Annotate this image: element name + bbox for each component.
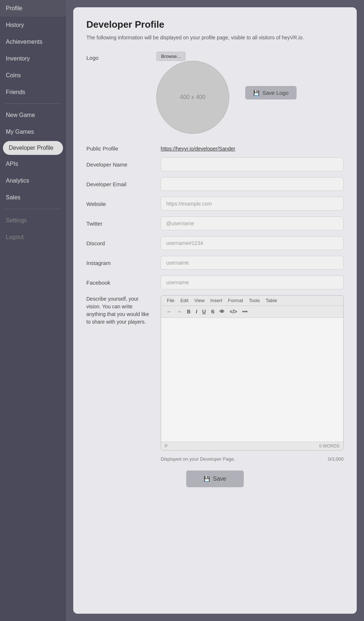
logo-upload-group: Browse... 400 x 400 Save Logo [156, 52, 297, 134]
underline-button[interactable]: U [200, 308, 208, 315]
instagram-row: Instagram [86, 256, 344, 270]
website-input[interactable] [161, 197, 344, 211]
public-profile-row: Public Profile https://heyvr.io/develope… [86, 145, 344, 152]
editor-menu-format[interactable]: Format [225, 297, 246, 304]
sidebar-item-logout[interactable]: Logout [0, 229, 66, 246]
developer-email-input[interactable] [161, 177, 344, 191]
rich-text-editor: FileEditViewInsertFormatToolsTable ← → B… [161, 295, 344, 450]
sidebar: ProfileHistoryAchievementsInventoryCoins… [0, 0, 66, 621]
save-button-container: Save [86, 470, 344, 487]
save-button[interactable]: Save [186, 470, 243, 487]
facebook-label: Facebook [86, 280, 152, 286]
editor-menu-tools[interactable]: Tools [246, 297, 263, 304]
logo-section: Logo Browse... 400 x 400 Save Logo [86, 52, 344, 134]
main-content: Developer Profile The following informat… [66, 0, 364, 621]
bold-button[interactable]: B [185, 308, 192, 315]
word-count-badge: 0/3,000 [328, 456, 344, 462]
developer-email-label: Developer Email [86, 181, 152, 187]
sidebar-item-achievements[interactable]: Achievements [0, 34, 66, 50]
redo-button[interactable]: → [175, 308, 184, 315]
undo-button[interactable]: ← [165, 308, 173, 315]
developer-name-label: Developer Name [86, 161, 152, 168]
sidebar-divider [4, 104, 62, 104]
italic-button[interactable]: I [194, 308, 199, 315]
public-profile-label: Public Profile [86, 145, 152, 152]
editor-paragraph-indicator: P [165, 444, 168, 449]
editor-menu-edit[interactable]: Edit [177, 297, 191, 304]
sidebar-divider [4, 209, 62, 209]
editor-menubar: FileEditViewInsertFormatToolsTable [161, 296, 343, 306]
editor-body[interactable] [161, 318, 343, 442]
sidebar-item-developer-profile[interactable]: Developer Profile [3, 141, 63, 155]
description-label: Describe yourself, your vision. You can … [86, 295, 152, 326]
logo-label: Logo [86, 52, 145, 61]
editor-footer: P 0 WORDS [161, 442, 343, 450]
instagram-input[interactable] [161, 256, 344, 270]
save-logo-button[interactable]: Save Logo [245, 86, 297, 99]
editor-menu-view[interactable]: View [191, 297, 207, 304]
save-logo-icon [253, 90, 259, 96]
discord-input[interactable] [161, 236, 344, 250]
sidebar-item-history[interactable]: History [0, 17, 66, 34]
more-button[interactable]: ••• [240, 308, 250, 315]
editor-menu-insert[interactable]: Insert [207, 297, 225, 304]
page-subtitle: The following information will be displa… [86, 34, 344, 42]
editor-toolbar: ← → B I U S 👁 </> ••• [161, 306, 343, 318]
logo-upload-area: Browse... 400 x 400 [156, 52, 229, 134]
facebook-input[interactable] [161, 276, 344, 289]
save-icon [204, 476, 210, 482]
dev-page-info-text: Displayed on your Developer Page. [161, 456, 235, 462]
developer-email-row: Developer Email [86, 177, 344, 191]
public-profile-link[interactable]: https://heyvr.io/developer/Sander [161, 146, 235, 152]
editor-menu-table[interactable]: Table [263, 297, 280, 304]
developer-name-row: Developer Name [86, 157, 344, 171]
sidebar-item-new-game[interactable]: New Game [0, 107, 66, 124]
sidebar-item-analytics[interactable]: Analytics [0, 172, 66, 189]
sidebar-item-coins[interactable]: Coins [0, 67, 66, 84]
logo-placeholder: 400 x 400 [156, 61, 229, 134]
twitter-label: Twitter [86, 220, 152, 227]
page-title: Developer Profile [86, 19, 344, 30]
dev-page-info-row: Displayed on your Developer Page. 0/3,00… [161, 456, 344, 462]
website-label: Website [86, 201, 152, 207]
twitter-input[interactable] [161, 216, 344, 230]
browse-button[interactable]: Browse... [156, 52, 185, 61]
sidebar-item-my-games[interactable]: My Games [0, 124, 66, 140]
logo-row-inner: Browse... 400 x 400 Save Logo [156, 52, 297, 134]
editor-word-count: 0 WORDS [319, 444, 340, 449]
sidebar-item-inventory[interactable]: Inventory [0, 50, 66, 67]
developer-name-input[interactable] [161, 157, 344, 171]
website-row: Website [86, 197, 344, 211]
description-section: Describe yourself, your vision. You can … [86, 295, 344, 450]
developer-profile-card: Developer Profile The following informat… [73, 7, 357, 614]
preview-button[interactable]: 👁 [218, 308, 226, 315]
discord-label: Discord [86, 240, 152, 246]
strikethrough-button[interactable]: S [209, 308, 216, 315]
sidebar-item-apis[interactable]: APIs [0, 156, 66, 172]
sidebar-item-settings[interactable]: Settings [0, 212, 66, 229]
editor-menu-file[interactable]: File [164, 297, 177, 304]
facebook-row: Facebook [86, 276, 344, 289]
code-button[interactable]: </> [228, 308, 239, 315]
sidebar-item-sales[interactable]: Sales [0, 189, 66, 206]
instagram-label: Instagram [86, 260, 152, 266]
sidebar-item-friends[interactable]: Friends [0, 84, 66, 101]
discord-row: Discord [86, 236, 344, 250]
twitter-row: Twitter [86, 216, 344, 230]
sidebar-item-profile[interactable]: Profile [0, 0, 66, 17]
